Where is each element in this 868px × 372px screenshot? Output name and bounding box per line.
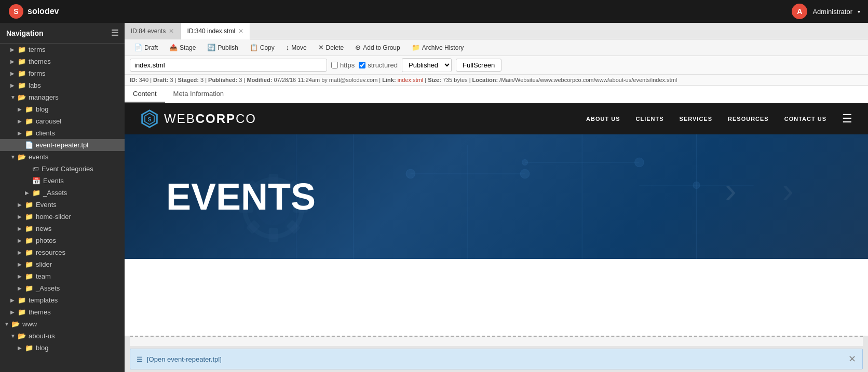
sidebar-item-clients[interactable]: ▶ 📁 clients [0,127,125,139]
sidebar-item-events-cal[interactable]: 📅 Events [0,175,125,187]
preview-hamburger-icon: ☰ [842,112,852,126]
sidebar-item-blog[interactable]: ▶ 📁 blog [0,103,125,115]
sidebar-item-label: clients [36,129,55,137]
archive-history-button[interactable]: 📁 Archive History [408,42,468,53]
tab-events[interactable]: ID:84 events ✕ [125,23,181,39]
arrow-icon: ▶ [18,118,25,124]
sidebar-title: Navigation [6,29,44,37]
tab-meta-label: Meta Information [173,90,224,98]
sidebar-item-www[interactable]: ▼ 📂 www [0,318,125,330]
hero-title: EVENTS [166,175,316,218]
sidebar-item-label: photos [36,237,56,244]
template-bar-close-icon[interactable]: ✕ [848,353,856,365]
add-to-group-button[interactable]: ⊕ Add to Group [351,42,404,53]
tab-close-icon[interactable]: ✕ [238,27,243,35]
publish-icon: 🔄 [207,44,215,51]
webcorpco-logo-icon: S [140,109,159,128]
sidebar-item-templates[interactable]: ▶ 📁 templates [0,294,125,306]
sidebar-item-team[interactable]: ▶ 📁 team [0,270,125,282]
hamburger-icon[interactable]: ☰ [111,28,118,38]
fullscreen-label: FullScreen [463,61,495,69]
draft-button[interactable]: 📄 Draft [130,42,162,53]
tab-label: ID:84 events [131,27,166,35]
folder-icon: 📁 [18,70,26,77]
tab-content-label: Content [133,90,157,98]
arrow-icon: ▼ [10,94,18,100]
folder-icon: 📁 [32,189,40,197]
status-select[interactable]: Draft Staged Published [402,58,452,72]
tabs-bar: ID:84 events ✕ ID:340 index.stml ✕ [125,23,868,39]
sidebar-item-home-slider[interactable]: ▶ 📁 home-slider [0,211,125,223]
stage-label: Stage [180,44,196,51]
template-bar-label[interactable]: [Open event-repeater.tpl] [147,355,222,363]
folder-icon: 📁 [25,249,33,256]
filename-input[interactable] [130,59,327,72]
sidebar-item-assets-main[interactable]: ▶ 📁 _Assets [0,282,125,294]
arrow-icon: ▶ [18,106,25,112]
copy-label: Copy [260,44,275,51]
sidebar-item-label: blog [36,105,49,113]
user-dropdown-arrow[interactable]: ▾ [858,9,860,15]
sidebar-item-label: home-slider [36,213,71,221]
sidebar-item-label: labs [29,81,41,89]
tab-meta-information[interactable]: Meta Information [165,86,233,103]
preview-nav-links: ABOUT US CLIENTS SERVICES RESOURCES CONT… [586,112,852,126]
svg-text:S: S [13,7,18,16]
template-bar: ☰ [Open event-repeater.tpl] ✕ [130,349,863,369]
sidebar-item-labs[interactable]: ▶ 📁 labs [0,79,125,91]
sidebar-item-label: about-us [29,332,55,340]
copy-button[interactable]: 📋 Copy [246,42,279,53]
folder-icon: 📁 [25,344,33,352]
arrow-icon: ▶ [18,202,25,208]
sidebar-item-themes[interactable]: ▶ 📁 themes [0,306,125,318]
svg-text:S: S [147,116,151,122]
sidebar-item-event-repeater[interactable]: 📄 event-repeater.tpl [0,139,125,151]
svg-point-15 [522,159,528,165]
sidebar-item-label: managers [29,93,59,101]
sidebar-item-label: Event Categories [42,165,93,173]
folder-icon: 📁 [18,81,26,89]
delete-label: Delete [326,44,344,51]
tab-content[interactable]: Content [125,86,165,103]
arrow-icon: ▶ [18,226,25,231]
fullscreen-button[interactable]: FullScreen [456,59,501,72]
topbar-right: A Administrator ▾ [792,4,860,19]
sidebar-item-event-categories[interactable]: 🏷 Event Categories [0,163,125,175]
sidebar-item-label: events [29,153,48,161]
sidebar-item-events-folder[interactable]: ▼ 📂 events [0,151,125,163]
sidebar-item-managers[interactable]: ▼ 📂 managers [0,91,125,103]
arrow-icon: ▶ [10,71,18,76]
sidebar-item-carousel[interactable]: ▶ 📁 carousel [0,115,125,127]
move-button[interactable]: ↕ Move [282,42,311,53]
tab-close-icon[interactable]: ✕ [169,27,174,35]
sidebar-item-forms[interactable]: ▶ 📁 forms [0,67,125,79]
https-checkbox[interactable] [331,62,338,68]
sidebar-item-news[interactable]: ▶ 📁 news [0,223,125,235]
tab-index-stml[interactable]: ID:340 index.stml ✕ [181,23,250,39]
arrow-icon: ▼ [4,321,11,327]
sidebar-item-photos[interactable]: ▶ 📁 photos [0,235,125,246]
meta-link[interactable]: index.stml [398,77,424,83]
delete-button[interactable]: ✕ Delete [314,42,348,53]
svg-rect-21 [269,228,278,243]
nav-clients: CLIENTS [636,116,664,122]
sidebar-item-blog-www[interactable]: ▶ 📁 blog [0,342,125,354]
arrow-icon: ▶ [18,261,25,267]
sidebar-item-assets-sub[interactable]: ▶ 📁 _Assets [0,187,125,199]
sidebar-item-label: Events [43,177,64,185]
folder-icon: 📁 [18,46,26,53]
sidebar-item-events-sub[interactable]: ▶ 📁 Events [0,199,125,211]
sidebar-item-slider[interactable]: ▶ 📁 slider [0,258,125,270]
stage-button[interactable]: 📤 Stage [165,42,200,53]
sidebar-item-terms[interactable]: ▶ 📁 terms [0,44,125,56]
publish-button[interactable]: 🔄 Publish [203,42,242,53]
arrow-icon: ▶ [18,345,25,351]
sidebar-item-resources[interactable]: ▶ 📁 resources [0,246,125,258]
nav-services: SERVICES [680,116,712,122]
sidebar-item-about-us[interactable]: ▼ 📂 about-us [0,330,125,342]
sidebar-item-themes-top[interactable]: ▶ 📁 themes [0,56,125,67]
tag-icon: 🏷 [32,165,39,173]
nav-contact: CONTACT US [784,116,826,122]
content-area: ID:84 events ✕ ID:340 index.stml ✕ 📄 Dra… [125,23,868,372]
structured-checkbox[interactable] [359,62,365,68]
